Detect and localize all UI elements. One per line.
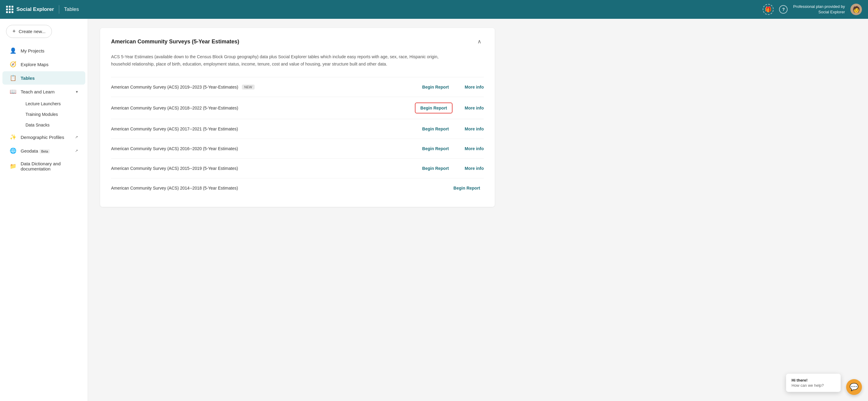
help-icon[interactable]: ? bbox=[779, 5, 787, 14]
chat-bubble-subtitle: How can we help? bbox=[792, 383, 835, 388]
chat-open-button[interactable]: 💬 bbox=[846, 379, 862, 395]
survey-actions: Begin Report More info bbox=[418, 164, 484, 173]
external-link-icon: ↗ bbox=[75, 135, 78, 139]
chevron-down-icon: ▾ bbox=[76, 90, 78, 94]
tables-icon: 📋 bbox=[10, 75, 17, 81]
begin-report-button[interactable]: Begin Report bbox=[418, 164, 453, 173]
survey-label: American Community Survey (ACS) 2016--20… bbox=[111, 146, 238, 151]
header-left: Social Explorer Tables bbox=[6, 5, 79, 14]
survey-actions: Begin Report More info bbox=[418, 144, 484, 153]
new-badge: NEW bbox=[242, 85, 255, 90]
sidebar: + Create new... 👤 My Projects 🧭 Explore … bbox=[0, 19, 88, 401]
header-divider bbox=[59, 5, 59, 14]
sidebar-item-teach-and-learn[interactable]: 📖 Teach and Learn ▾ bbox=[2, 85, 85, 98]
avatar[interactable]: 🧑 bbox=[850, 4, 862, 15]
survey-label: American Community Survey (ACS) 2018--20… bbox=[111, 106, 238, 110]
globe-icon: 🌐 bbox=[10, 147, 17, 154]
survey-name: American Community Survey (ACS) 2015--20… bbox=[111, 166, 238, 171]
survey-name: American Community Survey (ACS) 2019--20… bbox=[111, 85, 255, 90]
begin-report-button[interactable]: Begin Report bbox=[415, 103, 453, 113]
survey-name: American Community Survey (ACS) 2018--20… bbox=[111, 106, 238, 110]
logo-text: Social Explorer bbox=[17, 6, 54, 12]
sidebar-item-label: Geodata Beta bbox=[21, 148, 71, 154]
book-icon: 📖 bbox=[10, 88, 17, 95]
begin-report-button[interactable]: Begin Report bbox=[418, 83, 453, 91]
logo[interactable]: Social Explorer bbox=[6, 6, 54, 13]
survey-row: American Community Survey (ACS) 2016--20… bbox=[111, 139, 484, 158]
begin-report-button[interactable]: Begin Report bbox=[450, 184, 484, 192]
sparkle-icon: ✨ bbox=[10, 134, 17, 140]
sidebar-item-label: Explore Maps bbox=[21, 62, 78, 67]
sidebar-item-geodata[interactable]: 🌐 Geodata Beta ↗ bbox=[2, 144, 85, 158]
sidebar-item-my-projects[interactable]: 👤 My Projects bbox=[2, 44, 85, 57]
sidebar-item-data-snacks[interactable]: Data Snacks bbox=[21, 120, 85, 130]
survey-label: American Community Survey (ACS) 2017--20… bbox=[111, 127, 238, 131]
survey-label: American Community Survey (ACS) 2019--20… bbox=[111, 85, 238, 90]
more-info-button[interactable]: More info bbox=[465, 106, 484, 110]
survey-row: American Community Survey (ACS) 2019--20… bbox=[111, 77, 484, 97]
sidebar-item-label: Data Dictionary and documentation bbox=[21, 161, 78, 171]
map-icon: 🧭 bbox=[10, 61, 17, 68]
sidebar-item-lecture-launchers[interactable]: Lecture Launchers bbox=[21, 99, 85, 109]
survey-label: American Community Survey (ACS) 2014--20… bbox=[111, 186, 238, 191]
survey-name: American Community Survey (ACS) 2014--20… bbox=[111, 186, 238, 191]
survey-header: American Community Surveys (5-Year Estim… bbox=[111, 37, 484, 46]
plus-icon: + bbox=[12, 28, 16, 35]
create-new-button[interactable]: + Create new... bbox=[6, 25, 52, 38]
survey-label: American Community Survey (ACS) 2015--20… bbox=[111, 166, 238, 171]
header-right: 🎁 ? Professional plan provided bySocial … bbox=[763, 4, 862, 15]
layout: + Create new... 👤 My Projects 🧭 Explore … bbox=[0, 19, 868, 401]
survey-actions: Begin Report bbox=[450, 184, 484, 192]
survey-row: American Community Survey (ACS) 2014--20… bbox=[111, 178, 484, 198]
gift-icon[interactable]: 🎁 bbox=[763, 4, 774, 15]
sidebar-item-label: Tables bbox=[21, 75, 78, 81]
survey-name: American Community Survey (ACS) 2016--20… bbox=[111, 146, 238, 151]
begin-report-button[interactable]: Begin Report bbox=[418, 144, 453, 153]
logo-dots-icon bbox=[6, 6, 13, 13]
chat-icon: 💬 bbox=[849, 383, 859, 391]
sidebar-item-data-dictionary[interactable]: 📁 Data Dictionary and documentation bbox=[2, 158, 85, 175]
collapse-button[interactable]: ∧ bbox=[475, 37, 484, 46]
survey-section-title: American Community Surveys (5-Year Estim… bbox=[111, 38, 239, 45]
begin-report-button[interactable]: Begin Report bbox=[418, 125, 453, 133]
create-new-label: Create new... bbox=[19, 29, 45, 34]
app-header: Social Explorer Tables 🎁 ? Professional … bbox=[0, 0, 868, 19]
page-title: Tables bbox=[64, 6, 79, 12]
teach-learn-submenu: Lecture Launchers Training Modules Data … bbox=[0, 99, 88, 130]
more-info-button[interactable]: More info bbox=[465, 85, 484, 90]
sidebar-item-label: Demographic Profiles bbox=[21, 135, 71, 140]
survey-actions: Begin Report More info bbox=[415, 103, 484, 113]
sidebar-item-explore-maps[interactable]: 🧭 Explore Maps bbox=[2, 58, 85, 71]
survey-actions: Begin Report More info bbox=[418, 125, 484, 133]
survey-row: American Community Survey (ACS) 2015--20… bbox=[111, 158, 484, 178]
plan-text: Professional plan provided bySocial Expl… bbox=[793, 4, 845, 15]
sidebar-item-demographic-profiles[interactable]: ✨ Demographic Profiles ↗ bbox=[2, 130, 85, 144]
survey-actions: Begin Report More info bbox=[418, 83, 484, 91]
person-icon: 👤 bbox=[10, 47, 17, 54]
survey-description: ACS 5-Year Estimates (available down to … bbox=[111, 54, 445, 68]
main-content: American Community Surveys (5-Year Estim… bbox=[88, 19, 868, 401]
survey-name: American Community Survey (ACS) 2017--20… bbox=[111, 127, 238, 131]
more-info-button[interactable]: More info bbox=[465, 166, 484, 171]
more-info-button[interactable]: More info bbox=[465, 146, 484, 151]
external-link-icon: ↗ bbox=[75, 148, 78, 153]
sidebar-item-tables[interactable]: 📋 Tables bbox=[2, 71, 85, 85]
chat-bubble-title: Hi there! bbox=[792, 378, 835, 382]
survey-card: American Community Surveys (5-Year Estim… bbox=[100, 28, 495, 207]
sidebar-item-label: My Projects bbox=[21, 48, 78, 54]
more-info-button[interactable]: More info bbox=[465, 127, 484, 131]
survey-row: American Community Survey (ACS) 2017--20… bbox=[111, 119, 484, 139]
chat-bubble: Hi there! How can we help? bbox=[786, 374, 841, 392]
sidebar-item-training-modules[interactable]: Training Modules bbox=[21, 109, 85, 120]
folder-icon: 📁 bbox=[10, 163, 17, 170]
teach-learn-label: Teach and Learn bbox=[21, 89, 72, 94]
survey-row: American Community Survey (ACS) 2018--20… bbox=[111, 97, 484, 119]
